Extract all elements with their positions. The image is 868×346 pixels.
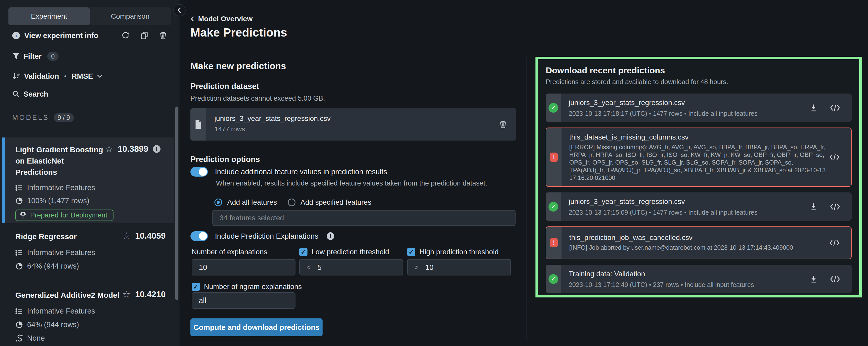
code-icon[interactable]	[830, 275, 840, 283]
prediction-meta: 2023-10-13 17:18:17 (UTC) • 1477 rows • …	[569, 110, 803, 117]
chevron-left-icon	[190, 16, 194, 22]
models-count-badge: 9 / 9	[54, 113, 74, 122]
explanations-info-icon[interactable]: i	[327, 232, 334, 240]
ngram-checkbox[interactable]: ✓	[192, 283, 200, 291]
sort-separator: •	[64, 72, 66, 80]
prediction-dataset-card: juniors_3_year_stats_regression.csv 1477…	[190, 108, 516, 140]
ngram-input[interactable]: all	[192, 292, 296, 309]
model-feature-list: Informative Features	[27, 248, 95, 257]
collapse-sidebar-button[interactable]	[173, 4, 186, 17]
radio-selected-icon	[214, 198, 222, 206]
badge-label: Prepared for Deployment	[30, 211, 107, 219]
delete-experiment-icon[interactable]	[159, 31, 167, 40]
sort-row[interactable]: Validation • RMSE	[12, 70, 172, 82]
feature-add-radio-group: Add all features Add specified features	[214, 198, 371, 207]
experiment-info-label[interactable]: View experiment info	[24, 31, 98, 40]
download-icon[interactable]	[810, 103, 817, 112]
sidebar-tabs: Experiment Comparison	[8, 7, 171, 25]
sample-pie-icon	[16, 321, 23, 328]
star-icon[interactable]: ☆	[105, 145, 113, 154]
tab-comparison[interactable]: Comparison	[90, 7, 171, 25]
file-icon	[195, 120, 202, 129]
sort-metric-label: RMSE	[71, 72, 93, 81]
model-card-ridge-regressor[interactable]: Ridge Regressor ☆ 10.4059 Informative Fe…	[0, 223, 179, 279]
breadcrumb-label: Model Overview	[198, 15, 252, 23]
include-features-toggle-row: Include additional feature values in pre…	[190, 166, 387, 177]
code-icon[interactable]	[829, 239, 840, 247]
include-explanations-toggle[interactable]	[190, 231, 208, 241]
score-info-icon[interactable]: i	[153, 145, 160, 153]
feature-list-icon	[16, 184, 23, 192]
error-icon: !	[550, 238, 558, 247]
prediction-file-name: this_dataset_is_missing_columns.csv	[569, 133, 823, 141]
model-sample-size: 64% (944 rows)	[27, 262, 79, 270]
low-threshold-input[interactable]: < 5	[299, 259, 403, 276]
prediction-file-name: this_prediction_job_was_cancelled.csv	[569, 233, 823, 242]
dataset-size-note: Prediction datasets cannot exceed 5.00 G…	[190, 95, 325, 102]
search-row[interactable]: Search	[12, 88, 172, 100]
sample-pie-icon	[16, 262, 23, 270]
prediction-meta: 2023-10-13 17:12:49 (UTC) • 237 rows • I…	[569, 281, 803, 288]
recent-predictions-heading: Download recent predictions	[546, 65, 851, 75]
prediction-error-message: [ERROR] Missing column(s): AVG_fr, AVG_j…	[569, 144, 827, 182]
filter-icon	[12, 52, 20, 60]
model-card-light-gradient-boosting[interactable]: Light Gradient Boosting on ElasticNet Pr…	[2, 137, 174, 223]
low-threshold-field-label: ✓ Low prediction threshold	[299, 247, 389, 257]
num-explanations-input[interactable]: 10	[192, 259, 296, 276]
code-icon[interactable]	[830, 203, 840, 211]
file-strip	[190, 108, 206, 140]
high-threshold-input[interactable]: > 10	[407, 259, 511, 276]
star-icon[interactable]: ☆	[122, 290, 130, 299]
experiment-info-row: i View experiment info	[12, 30, 172, 41]
model-card-generalized-additive2[interactable]: Generalized Additive2 Model ☆ 10.4210 In…	[0, 279, 179, 346]
success-check-icon: ✓	[549, 274, 558, 284]
model-holdout: None	[27, 334, 45, 342]
num-explanations-label: Number of explanations	[192, 247, 267, 257]
prediction-file-name: juniors_3_year_stats_regression.csv	[569, 99, 803, 107]
download-icon[interactable]	[810, 275, 817, 283]
filter-label: Filter	[24, 52, 42, 61]
dataset-row-count: 1477 rows	[214, 125, 499, 133]
model-score: 10.3899	[118, 144, 148, 154]
search-icon	[12, 90, 20, 98]
filter-row[interactable]: Filter 0	[12, 50, 172, 62]
prediction-row-error: ! this_dataset_is_missing_columns.csv [E…	[546, 127, 851, 187]
sample-pie-icon	[16, 197, 23, 205]
radio-add-specified-features[interactable]: Add specified features	[288, 198, 371, 207]
include-features-label: Include additional feature values in pre…	[215, 168, 387, 176]
error-icon: !	[550, 153, 558, 162]
model-name: Generalized Additive2 Model	[16, 289, 119, 301]
success-check-icon: ✓	[549, 103, 558, 113]
download-icon[interactable]	[810, 202, 817, 211]
trophy-icon	[20, 212, 27, 219]
low-threshold-checkbox[interactable]: ✓	[299, 248, 308, 256]
prediction-row-error: ! this_prediction_job_was_cancelled.csv …	[546, 226, 851, 259]
remove-dataset-button[interactable]	[499, 108, 507, 140]
search-label: Search	[24, 90, 48, 98]
compute-download-button[interactable]: Compute and download predictions	[190, 318, 322, 336]
prediction-meta: 2023-10-13 17:15:09 (UTC) • 1477 rows • …	[569, 209, 803, 216]
sort-icon	[12, 72, 21, 80]
star-icon[interactable]: ☆	[122, 231, 130, 241]
greater-than-icon: >	[414, 263, 418, 272]
radio-add-all-features[interactable]: Add all features	[214, 198, 277, 207]
section-title: Make new predictions	[190, 61, 286, 71]
code-icon[interactable]	[830, 104, 840, 112]
tab-experiment[interactable]: Experiment	[8, 7, 90, 25]
code-icon[interactable]	[829, 153, 840, 161]
refresh-icon[interactable]	[121, 31, 130, 40]
features-selected-input[interactable]: 34 features selected	[212, 210, 516, 226]
copy-icon[interactable]	[140, 31, 149, 40]
prepared-for-deployment-badge: Prepared for Deployment	[16, 210, 114, 221]
models-label: MODELS	[12, 114, 49, 122]
make-predictions-page: Experiment Comparison i View experiment …	[0, 0, 868, 346]
chevron-down-icon	[97, 74, 103, 78]
sidebar-scrollbar-thumb[interactable]	[175, 106, 178, 300]
high-threshold-checkbox[interactable]: ✓	[407, 248, 415, 256]
include-features-toggle[interactable]	[190, 167, 208, 177]
breadcrumb-model-overview[interactable]: Model Overview	[190, 15, 252, 23]
model-name: Ridge Regressor	[16, 231, 77, 242]
page-title: Make Predictions	[190, 26, 287, 39]
holdout-none-icon	[16, 335, 23, 342]
model-feature-list: Informative Features	[27, 184, 95, 192]
